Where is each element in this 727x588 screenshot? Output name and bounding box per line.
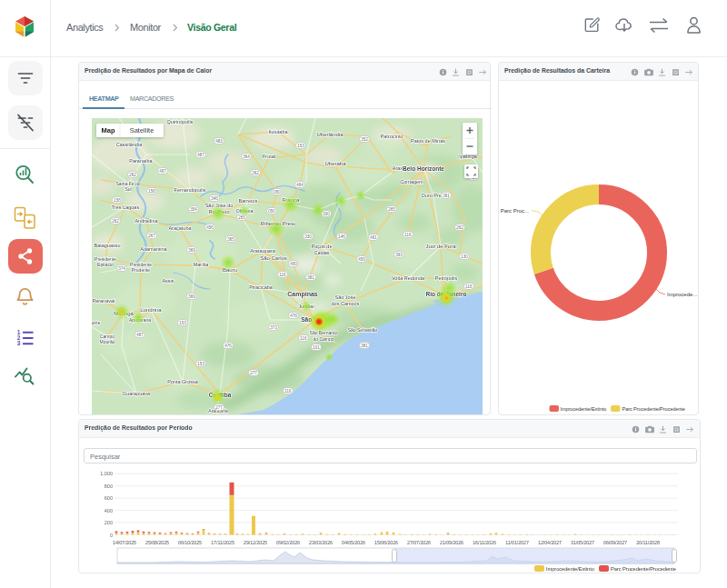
svg-text:381: 381 <box>361 344 368 348</box>
svg-text:04/05/2026: 04/05/2026 <box>342 540 365 545</box>
svg-text:153: 153 <box>179 321 186 325</box>
svg-text:050: 050 <box>268 209 275 214</box>
svg-text:0: 0 <box>110 533 113 538</box>
svg-text:374: 374 <box>118 266 125 271</box>
svg-text:1,000: 1,000 <box>100 471 113 476</box>
svg-text:Ponta Grossa: Ponta Grossa <box>167 379 199 384</box>
svg-text:265: 265 <box>388 207 395 212</box>
svg-text:262: 262 <box>112 219 119 224</box>
svg-text:200: 200 <box>105 520 113 525</box>
svg-text:dos Campos: dos Campos <box>332 301 360 306</box>
svg-text:352: 352 <box>361 137 368 142</box>
svg-text:330: 330 <box>304 234 312 239</box>
svg-text:483: 483 <box>215 139 223 144</box>
svg-text:158: 158 <box>114 198 121 203</box>
svg-text:16/11/2026: 16/11/2026 <box>473 540 496 545</box>
svg-text:Quirinópolis: Quirinópolis <box>166 119 193 125</box>
svg-text:Araçatuba: Araçatuba <box>168 225 192 231</box>
svg-text:Patos de Minas: Patos de Minas <box>411 138 445 144</box>
svg-text:Marília: Marília <box>194 262 209 267</box>
svg-text:487: 487 <box>197 153 204 157</box>
svg-text:Map: Map <box>102 126 115 135</box>
svg-text:Parc Procedente/Procedente: Parc Procedente/Procedente <box>611 566 676 572</box>
svg-text:20/11/2028: 20/11/2028 <box>636 540 660 545</box>
svg-text:Epitácio: Epitácio <box>97 262 114 267</box>
svg-text:Fernandópolis: Fernandópolis <box>174 187 206 193</box>
svg-text:Barretos: Barretos <box>239 198 258 204</box>
svg-text:29/12/2025: 29/12/2025 <box>244 540 267 545</box>
svg-text:346: 346 <box>211 196 218 201</box>
svg-text:487: 487 <box>136 333 144 337</box>
svg-text:478: 478 <box>290 314 297 318</box>
svg-text:262: 262 <box>129 173 136 177</box>
svg-text:393: 393 <box>395 253 403 257</box>
svg-text:153: 153 <box>197 362 204 366</box>
svg-text:Piracicaba: Piracicaba <box>249 284 274 290</box>
svg-text:116: 116 <box>404 233 412 237</box>
svg-text:400: 400 <box>105 508 113 513</box>
svg-text:11/01/2027: 11/01/2027 <box>505 540 529 545</box>
svg-text:364: 364 <box>243 154 250 159</box>
svg-text:15/06/2026: 15/06/2026 <box>374 540 398 545</box>
svg-text:262: 262 <box>456 225 463 230</box>
svg-text:Frutal: Frutal <box>263 154 275 159</box>
svg-text:Paranaíba: Paranaíba <box>129 158 153 164</box>
svg-text:158: 158 <box>148 189 155 194</box>
svg-text:456: 456 <box>206 225 214 230</box>
svg-text:459: 459 <box>358 257 365 262</box>
svg-text:Uberlândia: Uberlândia <box>316 132 344 137</box>
svg-text:116: 116 <box>465 284 473 289</box>
svg-text:14/07/2025: 14/07/2025 <box>113 540 136 545</box>
svg-text:23/03/2026: 23/03/2026 <box>309 540 333 545</box>
svg-text:Prudente: Prudente <box>132 267 151 273</box>
svg-text:381: 381 <box>307 275 314 280</box>
svg-text:365: 365 <box>227 237 234 242</box>
svg-text:Volta Redonda: Volta Redonda <box>392 275 425 281</box>
svg-text:Bataguassu: Bataguassu <box>94 243 120 248</box>
svg-text:São Carlos: São Carlos <box>260 255 287 261</box>
svg-text:116: 116 <box>279 273 286 277</box>
svg-text:Belo Horizonte: Belo Horizonte <box>403 165 444 172</box>
svg-text:Contagem: Contagem <box>400 179 423 184</box>
svg-text:476: 476 <box>224 344 232 348</box>
svg-text:369: 369 <box>188 294 195 299</box>
svg-text:Parc Procedente/Procedente: Parc Procedente/Procedente <box>622 406 685 412</box>
svg-text:497: 497 <box>159 169 166 174</box>
svg-text:06/10/2025: 06/10/2025 <box>178 540 202 545</box>
svg-text:Paranavaí: Paranavaí <box>92 298 115 304</box>
svg-text:do Campo: do Campo <box>313 336 334 342</box>
svg-text:Uberaba: Uberaba <box>324 161 346 166</box>
svg-text:Campinas: Campinas <box>287 291 318 298</box>
svg-text:262: 262 <box>252 171 259 175</box>
svg-text:Araraquara: Araraquara <box>250 248 275 254</box>
svg-text:Ituiutaba: Ituiutaba <box>268 129 288 135</box>
svg-text:São Sebastião: São Sebastião <box>348 327 378 333</box>
svg-text:Londrina: Londrina <box>140 307 162 313</box>
svg-text:354: 354 <box>190 207 197 212</box>
svg-text:050: 050 <box>274 190 281 194</box>
svg-text:381: 381 <box>443 194 450 198</box>
svg-text:116: 116 <box>284 389 292 394</box>
svg-text:Guarapuava: Guarapuava <box>123 391 151 396</box>
svg-text:373: 373 <box>270 325 277 330</box>
svg-text:600: 600 <box>105 495 113 501</box>
svg-text:146: 146 <box>338 234 345 239</box>
svg-text:Improcedente/Extinto: Improcedente/Extinto <box>561 406 607 412</box>
svg-text:464: 464 <box>296 183 304 187</box>
svg-text:Improcedente/Extinto: Improcedente/Extinto <box>546 566 594 572</box>
svg-text:Assis: Assis <box>162 278 174 284</box>
svg-text:Petrópolis: Petrópolis <box>435 275 458 281</box>
svg-text:800: 800 <box>105 483 113 489</box>
svg-text:Poços de: Poços de <box>312 244 333 249</box>
svg-text:Adamantina: Adamantina <box>140 246 167 252</box>
svg-text:369: 369 <box>188 248 195 253</box>
svg-text:17/11/2025: 17/11/2025 <box>211 540 234 545</box>
svg-text:153: 153 <box>297 144 304 148</box>
svg-text:Improcede...: Improcede... <box>667 292 698 297</box>
svg-text:277: 277 <box>250 371 257 375</box>
svg-text:12/04/2027: 12/04/2027 <box>538 540 562 545</box>
svg-text:277: 277 <box>215 405 223 410</box>
svg-text:130: 130 <box>461 254 468 259</box>
svg-text:Cianorte: Cianorte <box>92 320 101 325</box>
svg-text:São José: São José <box>335 294 356 300</box>
